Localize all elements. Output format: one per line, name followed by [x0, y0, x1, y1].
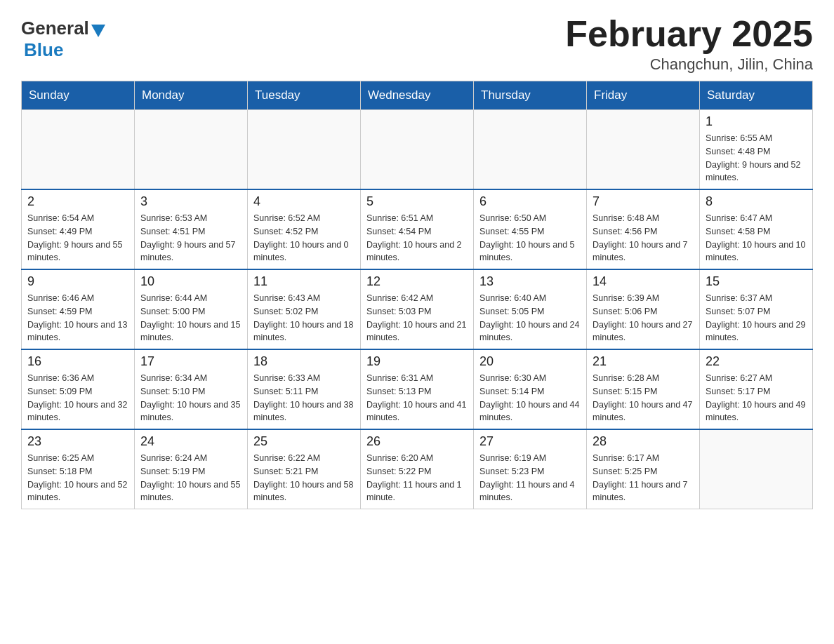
day-number: 10 [140, 274, 241, 289]
calendar-day-cell [700, 429, 813, 509]
day-info: Sunrise: 6:30 AMSunset: 5:14 PMDaylight:… [479, 372, 581, 424]
day-number: 5 [366, 194, 468, 209]
day-info: Sunrise: 6:25 AMSunset: 5:18 PMDaylight:… [27, 452, 128, 504]
calendar-day-cell: 21Sunrise: 6:28 AMSunset: 5:15 PMDayligh… [587, 349, 700, 429]
logo: General Blue [21, 14, 105, 61]
day-number: 21 [593, 354, 694, 369]
calendar-day-cell: 11Sunrise: 6:43 AMSunset: 5:02 PMDayligh… [248, 269, 361, 349]
calendar-title: February 2025 [565, 14, 813, 54]
day-info: Sunrise: 6:40 AMSunset: 5:05 PMDaylight:… [479, 292, 581, 344]
day-number: 1 [706, 114, 807, 129]
day-number: 18 [253, 354, 355, 369]
calendar-week-row: 1Sunrise: 6:55 AMSunset: 4:48 PMDaylight… [22, 110, 813, 190]
weekday-header-wednesday: Wednesday [361, 81, 474, 110]
day-number: 17 [140, 354, 241, 369]
weekday-header-monday: Monday [135, 81, 248, 110]
day-info: Sunrise: 6:27 AMSunset: 5:17 PMDaylight:… [706, 372, 807, 424]
day-info: Sunrise: 6:22 AMSunset: 5:21 PMDaylight:… [253, 452, 355, 504]
day-info: Sunrise: 6:50 AMSunset: 4:55 PMDaylight:… [479, 212, 581, 264]
day-info: Sunrise: 6:19 AMSunset: 5:23 PMDaylight:… [479, 452, 581, 504]
calendar-day-cell: 24Sunrise: 6:24 AMSunset: 5:19 PMDayligh… [135, 429, 248, 509]
calendar-day-cell: 14Sunrise: 6:39 AMSunset: 5:06 PMDayligh… [587, 269, 700, 349]
day-number: 23 [27, 434, 128, 449]
calendar-day-cell: 1Sunrise: 6:55 AMSunset: 4:48 PMDaylight… [700, 110, 813, 190]
calendar-day-cell: 17Sunrise: 6:34 AMSunset: 5:10 PMDayligh… [135, 349, 248, 429]
calendar-day-cell: 4Sunrise: 6:52 AMSunset: 4:52 PMDaylight… [248, 189, 361, 269]
day-info: Sunrise: 6:52 AMSunset: 4:52 PMDaylight:… [253, 212, 355, 264]
page-header: General Blue February 2025 Changchun, Ji… [21, 14, 813, 74]
calendar-day-cell: 3Sunrise: 6:53 AMSunset: 4:51 PMDaylight… [135, 189, 248, 269]
day-number: 19 [366, 354, 468, 369]
day-number: 9 [27, 274, 128, 289]
day-info: Sunrise: 6:47 AMSunset: 4:58 PMDaylight:… [706, 212, 807, 264]
day-number: 27 [479, 434, 581, 449]
calendar-day-cell: 12Sunrise: 6:42 AMSunset: 5:03 PMDayligh… [361, 269, 474, 349]
calendar-day-cell: 28Sunrise: 6:17 AMSunset: 5:25 PMDayligh… [587, 429, 700, 509]
calendar-day-cell [474, 110, 587, 190]
calendar-day-cell: 19Sunrise: 6:31 AMSunset: 5:13 PMDayligh… [361, 349, 474, 429]
logo-blue-text: Blue [24, 39, 63, 60]
day-number: 6 [479, 194, 581, 209]
day-number: 20 [479, 354, 581, 369]
day-info: Sunrise: 6:37 AMSunset: 5:07 PMDaylight:… [706, 292, 807, 344]
day-info: Sunrise: 6:33 AMSunset: 5:11 PMDaylight:… [253, 372, 355, 424]
calendar-day-cell [248, 110, 361, 190]
day-info: Sunrise: 6:53 AMSunset: 4:51 PMDaylight:… [140, 212, 241, 264]
calendar-subtitle: Changchun, Jilin, China [565, 55, 813, 74]
calendar-week-row: 23Sunrise: 6:25 AMSunset: 5:18 PMDayligh… [22, 429, 813, 509]
calendar-day-cell: 18Sunrise: 6:33 AMSunset: 5:11 PMDayligh… [248, 349, 361, 429]
day-info: Sunrise: 6:39 AMSunset: 5:06 PMDaylight:… [593, 292, 694, 344]
day-number: 11 [253, 274, 355, 289]
weekday-header-row: SundayMondayTuesdayWednesdayThursdayFrid… [22, 81, 813, 110]
calendar-day-cell: 7Sunrise: 6:48 AMSunset: 4:56 PMDaylight… [587, 189, 700, 269]
calendar-day-cell: 27Sunrise: 6:19 AMSunset: 5:23 PMDayligh… [474, 429, 587, 509]
calendar-day-cell: 8Sunrise: 6:47 AMSunset: 4:58 PMDaylight… [700, 189, 813, 269]
calendar-week-row: 9Sunrise: 6:46 AMSunset: 4:59 PMDaylight… [22, 269, 813, 349]
day-info: Sunrise: 6:51 AMSunset: 4:54 PMDaylight:… [366, 212, 468, 264]
day-number: 26 [366, 434, 468, 449]
calendar-table: SundayMondayTuesdayWednesdayThursdayFrid… [21, 81, 813, 509]
calendar-day-cell: 9Sunrise: 6:46 AMSunset: 4:59 PMDaylight… [22, 269, 135, 349]
day-info: Sunrise: 6:54 AMSunset: 4:49 PMDaylight:… [27, 212, 128, 264]
day-number: 13 [479, 274, 581, 289]
day-info: Sunrise: 6:48 AMSunset: 4:56 PMDaylight:… [593, 212, 694, 264]
calendar-day-cell: 13Sunrise: 6:40 AMSunset: 5:05 PMDayligh… [474, 269, 587, 349]
calendar-day-cell: 23Sunrise: 6:25 AMSunset: 5:18 PMDayligh… [22, 429, 135, 509]
day-number: 4 [253, 194, 355, 209]
day-info: Sunrise: 6:46 AMSunset: 4:59 PMDaylight:… [27, 292, 128, 344]
day-number: 3 [140, 194, 241, 209]
day-info: Sunrise: 6:55 AMSunset: 4:48 PMDaylight:… [706, 132, 807, 185]
day-number: 14 [593, 274, 694, 289]
calendar-week-row: 16Sunrise: 6:36 AMSunset: 5:09 PMDayligh… [22, 349, 813, 429]
calendar-day-cell: 22Sunrise: 6:27 AMSunset: 5:17 PMDayligh… [700, 349, 813, 429]
day-number: 22 [706, 354, 807, 369]
calendar-day-cell [22, 110, 135, 190]
calendar-day-cell: 16Sunrise: 6:36 AMSunset: 5:09 PMDayligh… [22, 349, 135, 429]
day-info: Sunrise: 6:24 AMSunset: 5:19 PMDaylight:… [140, 452, 241, 504]
calendar-day-cell: 20Sunrise: 6:30 AMSunset: 5:14 PMDayligh… [474, 349, 587, 429]
calendar-day-cell: 10Sunrise: 6:44 AMSunset: 5:00 PMDayligh… [135, 269, 248, 349]
day-info: Sunrise: 6:36 AMSunset: 5:09 PMDaylight:… [27, 372, 128, 424]
day-info: Sunrise: 6:31 AMSunset: 5:13 PMDaylight:… [366, 372, 468, 424]
calendar-day-cell [135, 110, 248, 190]
day-number: 8 [706, 194, 807, 209]
day-number: 2 [27, 194, 128, 209]
logo-general-text: General [21, 18, 89, 39]
day-info: Sunrise: 6:43 AMSunset: 5:02 PMDaylight:… [253, 292, 355, 344]
calendar-day-cell: 5Sunrise: 6:51 AMSunset: 4:54 PMDaylight… [361, 189, 474, 269]
day-info: Sunrise: 6:28 AMSunset: 5:15 PMDaylight:… [593, 372, 694, 424]
weekday-header-sunday: Sunday [22, 81, 135, 110]
logo-triangle-icon [91, 25, 105, 37]
calendar-week-row: 2Sunrise: 6:54 AMSunset: 4:49 PMDaylight… [22, 189, 813, 269]
day-number: 25 [253, 434, 355, 449]
day-number: 7 [593, 194, 694, 209]
day-info: Sunrise: 6:34 AMSunset: 5:10 PMDaylight:… [140, 372, 241, 424]
calendar-day-cell: 2Sunrise: 6:54 AMSunset: 4:49 PMDaylight… [22, 189, 135, 269]
calendar-day-cell: 25Sunrise: 6:22 AMSunset: 5:21 PMDayligh… [248, 429, 361, 509]
weekday-header-thursday: Thursday [474, 81, 587, 110]
day-info: Sunrise: 6:42 AMSunset: 5:03 PMDaylight:… [366, 292, 468, 344]
calendar-day-cell: 15Sunrise: 6:37 AMSunset: 5:07 PMDayligh… [700, 269, 813, 349]
calendar-day-cell: 6Sunrise: 6:50 AMSunset: 4:55 PMDaylight… [474, 189, 587, 269]
day-info: Sunrise: 6:20 AMSunset: 5:22 PMDaylight:… [366, 452, 468, 504]
day-number: 28 [593, 434, 694, 449]
